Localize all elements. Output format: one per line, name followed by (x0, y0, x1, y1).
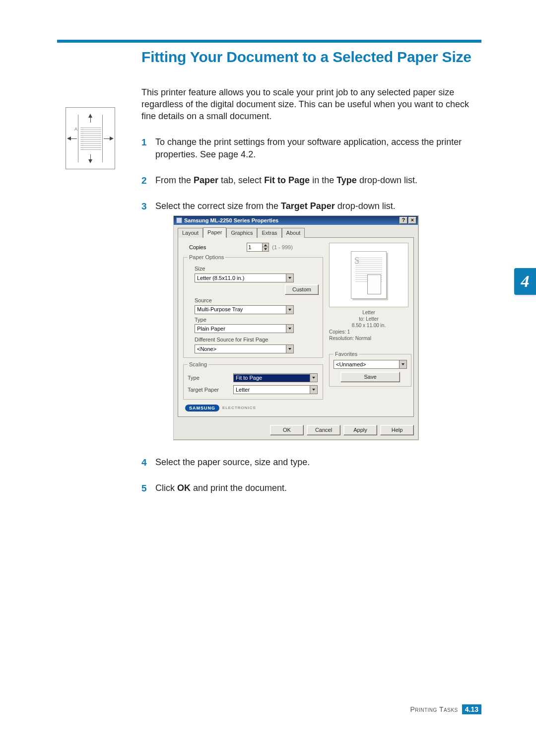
horizontal-rule (57, 40, 481, 43)
close-button[interactable]: × (408, 217, 416, 224)
paper-options-legend: Paper Options (188, 254, 225, 261)
copies-input[interactable] (247, 243, 262, 251)
footer-section: Printing Tasks (410, 705, 458, 713)
ok-button[interactable]: OK (270, 425, 304, 435)
favorites-legend: Favorites (334, 350, 359, 358)
samsung-logo: SAMSUNG ELECTRONICS (183, 403, 323, 412)
step-5: 5 Click OK and print the document. (141, 482, 481, 494)
diffsrc-select[interactable]: <None> (195, 344, 294, 353)
dialog-title: Samsung ML-2250 Series Properties (182, 217, 399, 224)
step-2: 2 From the Paper tab, select Fit to Page… (141, 174, 481, 186)
apply-button[interactable]: Apply (343, 425, 377, 435)
page-footer: Printing Tasks 4.13 (410, 704, 481, 714)
tab-paper[interactable]: Paper (203, 227, 226, 238)
target-paper-select[interactable]: Letter (233, 385, 318, 394)
intro-paragraph: This printer feature allows you to scale… (141, 86, 481, 123)
printer-properties-dialog: Samsung ML-2250 Series Properties ? × La… (173, 215, 419, 441)
diffsrc-label: Different Source for First Page (195, 336, 319, 344)
custom-button[interactable]: Custom (285, 284, 319, 295)
tab-extras[interactable]: Extras (257, 228, 281, 238)
steps-list: 1 To change the print settings from your… (141, 136, 481, 494)
help-button[interactable]: Help (380, 425, 414, 435)
scaling-legend: Scaling (188, 361, 208, 368)
paper-options-group: Paper Options Size Letter (8.5x11.0 in.) (183, 254, 323, 358)
save-button[interactable]: Save (340, 372, 400, 382)
overlay-page-icon (367, 275, 381, 294)
type-label: Type (195, 316, 319, 324)
spin-up-icon[interactable] (262, 243, 268, 247)
papertype-select[interactable]: Plain Paper (195, 324, 294, 333)
page-number: 4.13 (462, 704, 481, 714)
copies-spinner[interactable] (247, 243, 269, 252)
target-paper-label: Target Paper (188, 386, 229, 394)
chevron-down-icon[interactable] (286, 345, 293, 353)
favorites-select[interactable]: <Unnamed> (334, 360, 407, 369)
body: This printer feature allows you to scale… (141, 86, 481, 494)
preview-info: Letter to: Letter 8.50 x 11.00 in. Copie… (329, 309, 408, 342)
dialog-titlebar[interactable]: Samsung ML-2250 Series Properties ? × (174, 216, 418, 225)
dialog-tabs: Layout Paper Graphics Extras About (178, 227, 414, 238)
size-label: Size (195, 265, 319, 273)
copies-label: Copies (189, 244, 206, 251)
step-4: 4 Select the paper source, size and type… (141, 456, 481, 468)
tab-graphics[interactable]: Graphics (226, 228, 257, 238)
chevron-down-icon[interactable] (310, 386, 317, 394)
tab-about[interactable]: About (282, 228, 305, 238)
fit-to-page-icon: A (66, 107, 115, 169)
favorites-group: Favorites <Unnamed> Save (329, 350, 411, 387)
page-preview: S (329, 243, 408, 307)
spin-down-icon[interactable] (262, 247, 268, 251)
chevron-down-icon[interactable] (286, 325, 293, 333)
chevron-down-icon[interactable] (286, 306, 293, 314)
source-label: Source (195, 297, 319, 304)
chevron-down-icon[interactable] (310, 374, 317, 382)
chevron-down-icon[interactable] (399, 360, 406, 368)
help-button[interactable]: ? (400, 217, 407, 224)
scaling-type-select[interactable]: Fit to Page (233, 373, 318, 382)
source-select[interactable]: Multi-Purpose Tray (195, 305, 294, 314)
chapter-side-tab: 4 (514, 268, 536, 295)
page-title: Fitting Your Document to a Selected Pape… (141, 48, 481, 67)
step-3: 3 Select the correct size from the Targe… (141, 200, 481, 440)
size-select[interactable]: Letter (8.5x11.0 in.) (195, 274, 294, 282)
scaling-type-label: Type (188, 374, 229, 382)
scaling-group: Scaling Type Fit to Page (183, 361, 323, 400)
cancel-button[interactable]: Cancel (307, 425, 340, 435)
step-1: 1 To change the print settings from your… (141, 136, 481, 160)
chevron-down-icon[interactable] (286, 274, 293, 282)
dialog-button-row: OK Cancel Apply Help (174, 421, 418, 439)
page: Fitting Your Document to a Selected Pape… (0, 0, 536, 558)
copies-range: (1 - 999) (272, 244, 293, 251)
printer-icon (176, 217, 182, 223)
tab-layout[interactable]: Layout (178, 228, 203, 238)
